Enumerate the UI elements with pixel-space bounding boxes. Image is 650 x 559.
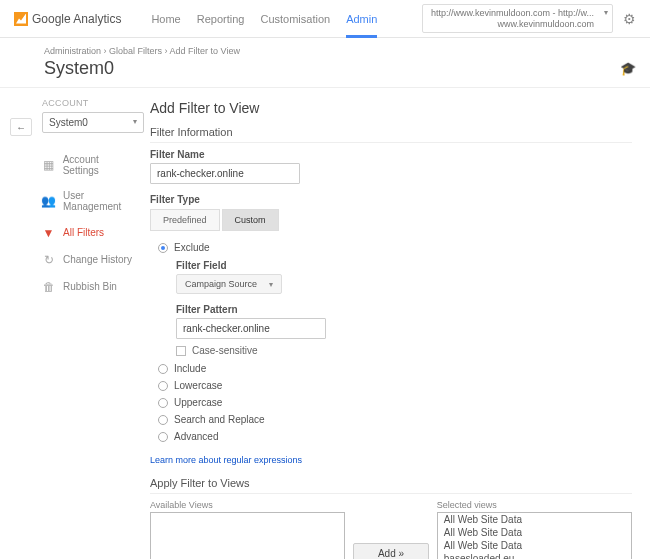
radio-uppercase[interactable]: Uppercase bbox=[150, 394, 632, 411]
filter-icon: ▼ bbox=[42, 226, 55, 239]
filter-pattern-input[interactable] bbox=[176, 318, 326, 339]
selected-views-label: Selected views bbox=[437, 500, 632, 510]
filter-name-label: Filter Name bbox=[150, 149, 632, 160]
tab-predefined[interactable]: Predefined bbox=[150, 209, 220, 231]
main-panel: Add Filter to View Filter Information Fi… bbox=[146, 88, 650, 559]
tab-custom[interactable]: Custom bbox=[222, 209, 279, 231]
main-heading: Add Filter to View bbox=[150, 100, 632, 116]
sidebar-item-settings[interactable]: ▦Account Settings bbox=[10, 147, 140, 183]
app-header: Google Analytics Home Reporting Customis… bbox=[0, 0, 650, 38]
back-button[interactable]: ← bbox=[10, 118, 32, 136]
sidebar-item-users[interactable]: 👥User Management bbox=[10, 183, 140, 219]
radio-lowercase[interactable]: Lowercase bbox=[150, 377, 632, 394]
available-views-label: Available Views bbox=[150, 500, 345, 510]
nav-reporting[interactable]: Reporting bbox=[197, 1, 245, 37]
filter-name-input[interactable] bbox=[150, 163, 300, 184]
nav-home[interactable]: Home bbox=[151, 1, 180, 37]
brand-text: Google Analytics bbox=[32, 12, 121, 26]
graduation-cap-icon[interactable]: 🎓 bbox=[620, 61, 636, 76]
crumb-filters[interactable]: Global Filters bbox=[109, 46, 162, 56]
filter-pattern-label: Filter Pattern bbox=[176, 304, 632, 315]
sidebar-item-history[interactable]: ↻Change History bbox=[10, 246, 140, 273]
property-selector[interactable]: http://www.kevinmuldoon.com - http://w..… bbox=[422, 4, 613, 34]
admin-sidebar: ACCOUNT ← System0 ▦Account Settings 👥Use… bbox=[0, 88, 146, 559]
analytics-icon bbox=[14, 12, 28, 26]
top-nav: Home Reporting Customisation Admin bbox=[151, 1, 377, 37]
breadcrumb: Administration › Global Filters › Add Fi… bbox=[0, 38, 650, 58]
nav-customisation[interactable]: Customisation bbox=[260, 1, 330, 37]
history-icon: ↻ bbox=[42, 253, 55, 266]
nav-admin[interactable]: Admin bbox=[346, 1, 377, 37]
checkbox-icon bbox=[176, 346, 186, 356]
brand-logo: Google Analytics bbox=[14, 12, 121, 26]
list-item[interactable]: All Web Site Data bbox=[438, 539, 631, 552]
account-heading: ACCOUNT bbox=[10, 96, 140, 112]
section-apply-views: Apply Filter to Views bbox=[150, 473, 632, 494]
case-sensitive-row[interactable]: Case-sensitive bbox=[176, 339, 632, 360]
crumb-current: Add Filter to View bbox=[170, 46, 240, 56]
list-item[interactable]: basesloaded.eu bbox=[438, 552, 631, 559]
radio-icon bbox=[158, 243, 168, 253]
trash-icon: 🗑 bbox=[42, 280, 55, 293]
radio-icon bbox=[158, 364, 168, 374]
learn-more-link[interactable]: Learn more about regular expressions bbox=[150, 455, 302, 465]
page-title: System0 bbox=[44, 58, 114, 79]
add-view-button[interactable]: Add » bbox=[353, 543, 429, 559]
list-item[interactable]: All Web Site Data bbox=[438, 526, 631, 539]
account-select[interactable]: System0 bbox=[42, 112, 144, 133]
property-line2: www.kevinmuldoon.com bbox=[431, 19, 594, 30]
list-item[interactable]: All Web Site Data bbox=[438, 513, 631, 526]
settings-gear-icon[interactable]: ⚙ bbox=[623, 11, 636, 27]
radio-icon bbox=[158, 398, 168, 408]
available-views-list[interactable] bbox=[150, 512, 345, 559]
users-icon: 👥 bbox=[42, 195, 55, 208]
sidebar-item-filters[interactable]: ▼All Filters bbox=[10, 219, 140, 246]
radio-include[interactable]: Include bbox=[150, 360, 632, 377]
radio-advanced[interactable]: Advanced bbox=[150, 428, 632, 445]
settings-icon: ▦ bbox=[42, 159, 55, 172]
radio-icon bbox=[158, 432, 168, 442]
property-line1: http://www.kevinmuldoon.com - http://w..… bbox=[431, 8, 594, 19]
sidebar-item-bin[interactable]: 🗑Rubbish Bin bbox=[10, 273, 140, 300]
filter-field-label: Filter Field bbox=[176, 260, 632, 271]
crumb-admin[interactable]: Administration bbox=[44, 46, 101, 56]
radio-exclude[interactable]: Exclude bbox=[150, 239, 632, 256]
radio-search-replace[interactable]: Search and Replace bbox=[150, 411, 632, 428]
filter-type-label: Filter Type bbox=[150, 194, 632, 205]
radio-icon bbox=[158, 381, 168, 391]
radio-icon bbox=[158, 415, 168, 425]
selected-views-list[interactable]: All Web Site DataAll Web Site DataAll We… bbox=[437, 512, 632, 559]
section-filter-info: Filter Information bbox=[150, 122, 632, 143]
filter-field-select[interactable]: Campaign Source bbox=[176, 274, 282, 294]
